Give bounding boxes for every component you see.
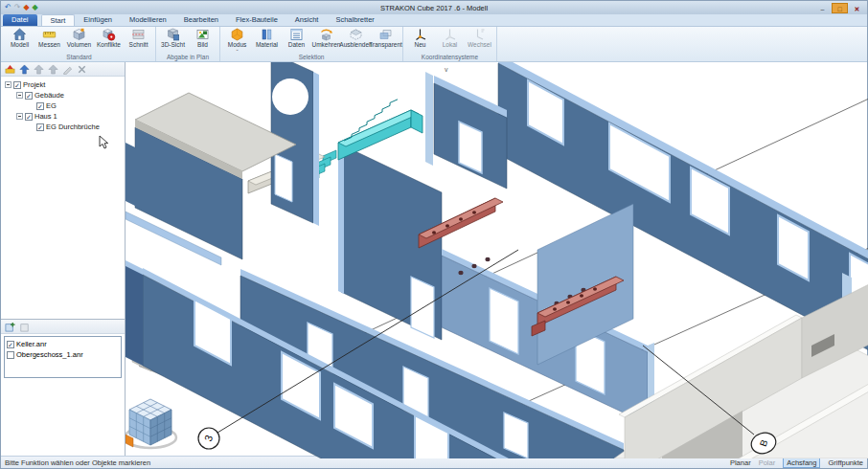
mode-achsfang[interactable]: Achsfang bbox=[783, 458, 820, 468]
drawings-toolbar bbox=[1, 320, 125, 334]
collapse-icon[interactable] bbox=[16, 92, 23, 99]
ribbon: Modell Messen Volumen Konflikte Schnitt bbox=[1, 27, 867, 62]
checkbox-checked-icon[interactable]: ✓ bbox=[36, 123, 44, 131]
window-controls: – □ ✕ bbox=[814, 3, 867, 13]
close-button[interactable]: ✕ bbox=[849, 3, 865, 13]
transparent-button[interactable]: Transparent bbox=[371, 27, 400, 48]
move-up-blue-icon[interactable] bbox=[18, 63, 31, 76]
stair-stringer[interactable] bbox=[338, 100, 423, 160]
checkbox-unchecked-icon[interactable] bbox=[7, 351, 14, 359]
daten-button[interactable]: Daten bbox=[282, 27, 311, 48]
ausblenden-button[interactable]: Ausblenden bbox=[341, 27, 371, 48]
modell-button[interactable]: Modell bbox=[5, 27, 34, 48]
checkbox-checked-icon[interactable]: ✓ bbox=[25, 113, 33, 121]
titlebar: ↶ ↷ ◆ ◆ STRAKON Cube 2017 .6 - Modell – … bbox=[1, 1, 867, 14]
group-label-standard: Standard bbox=[5, 54, 153, 61]
edit-pencil-icon[interactable] bbox=[61, 63, 74, 76]
hexagon-mode-icon bbox=[230, 28, 244, 41]
volumen-button[interactable]: Volumen bbox=[64, 27, 94, 48]
tab-modellieren[interactable]: Modellieren bbox=[121, 14, 175, 26]
door-opening bbox=[411, 277, 434, 338]
tab-schalbretter[interactable]: Schalbretter bbox=[327, 14, 382, 26]
maximize-button[interactable]: □ bbox=[832, 3, 848, 13]
koordsys-neu-button[interactable]: Neu bbox=[405, 27, 435, 48]
koordsys-lokal-button[interactable]: Lokal bbox=[435, 27, 465, 48]
minimize-button[interactable]: – bbox=[814, 3, 831, 13]
group-label-selektion: Selektion bbox=[222, 54, 400, 61]
umkehren-button[interactable]: Umkehren bbox=[311, 27, 341, 48]
left-wall-piece[interactable] bbox=[126, 143, 139, 208]
transparency-icon bbox=[378, 28, 393, 41]
mode-planar[interactable]: Planar bbox=[730, 458, 751, 467]
konflikte-button[interactable]: Konflikte bbox=[94, 27, 124, 48]
drawing-options-icon[interactable] bbox=[18, 321, 31, 333]
3d-viewport[interactable]: 3 B v bbox=[126, 62, 867, 456]
material-bars-icon bbox=[260, 28, 274, 41]
bild-button[interactable]: Bild bbox=[188, 27, 217, 48]
tree-toolbar bbox=[1, 62, 125, 77]
axes-new-icon bbox=[413, 28, 427, 41]
back-center-wall[interactable] bbox=[425, 72, 507, 189]
delete-x-icon[interactable] bbox=[76, 63, 88, 76]
move-up-gray2-icon[interactable] bbox=[47, 63, 59, 76]
drawings-listbox: ✓ Keller.anr Obergeschoss_1.anr bbox=[4, 336, 122, 378]
data-list-icon bbox=[289, 28, 304, 41]
status-message: Bitte Funktion wählen oder Objekte marki… bbox=[5, 458, 150, 467]
group-label-koordinatensysteme: Koordinatensysteme bbox=[405, 54, 494, 61]
section-icon bbox=[131, 28, 146, 41]
move-up-gray-icon[interactable] bbox=[33, 63, 45, 76]
group-selektion: Modus ⌄ Material Daten Umkehren Au bbox=[220, 27, 403, 61]
drawing-item-keller[interactable]: ✓ Keller.anr bbox=[7, 339, 121, 349]
schnitt-button[interactable]: Schnitt bbox=[124, 27, 153, 48]
modus-button[interactable]: Modus ⌄ bbox=[222, 27, 252, 51]
left-sidebar: ✓ Projekt ✓ Gebäude ✓ EG ✓ bbox=[1, 62, 126, 456]
checkbox-checked-icon[interactable]: ✓ bbox=[36, 102, 44, 110]
tree-structure-icon[interactable] bbox=[4, 63, 16, 76]
mode-griffpunkte[interactable]: Griffpunkte bbox=[828, 458, 863, 467]
mouse-cursor bbox=[99, 135, 109, 149]
drawing-item-obergeschoss[interactable]: Obergeschoss_1.anr bbox=[7, 349, 121, 360]
group-abgabe-in-plan: 3D-Sicht Bild Abgabe in Plan bbox=[156, 27, 220, 61]
view-cube[interactable] bbox=[126, 399, 176, 448]
tab-start[interactable]: Start bbox=[41, 14, 76, 26]
model-tree: ✓ Projekt ✓ Gebäude ✓ EG ✓ bbox=[1, 77, 125, 132]
volume-box-icon bbox=[72, 28, 86, 41]
material-button[interactable]: Material bbox=[252, 27, 282, 48]
add-drawing-icon[interactable] bbox=[4, 321, 16, 333]
tree-node-gebaeude[interactable]: ✓ Gebäude bbox=[5, 90, 125, 100]
koordsys-wechsel-button[interactable]: Wechsel bbox=[465, 27, 494, 48]
drawings-panel: ✓ Keller.anr Obergeschoss_1.anr bbox=[1, 320, 125, 456]
collapse-icon[interactable] bbox=[16, 113, 23, 120]
tab-einfuegen[interactable]: Einfügen bbox=[75, 14, 121, 26]
axes-switch-icon bbox=[472, 28, 487, 41]
model-tree-panel: ✓ Projekt ✓ Gebäude ✓ EG ✓ bbox=[1, 62, 125, 320]
checkbox-checked-icon[interactable]: ✓ bbox=[7, 341, 14, 348]
tree-node-eg[interactable]: ✓ EG bbox=[5, 100, 125, 111]
tree-node-projekt[interactable]: ✓ Projekt bbox=[5, 79, 125, 90]
wall-post bbox=[425, 72, 433, 166]
3d-sicht-button[interactable]: 3D-Sicht bbox=[158, 27, 188, 48]
tree-node-eg-durchbrueche[interactable]: ✓ EG Durchbrüche bbox=[5, 122, 125, 132]
checkbox-checked-icon[interactable]: ✓ bbox=[25, 92, 33, 100]
hide-icon bbox=[349, 28, 363, 41]
image-icon bbox=[195, 28, 210, 41]
mode-polar[interactable]: Polar bbox=[759, 458, 776, 467]
strakon-window: ↶ ↷ ◆ ◆ STRAKON Cube 2017 .6 - Modell – … bbox=[0, 0, 868, 469]
tab-flex-bauteile[interactable]: Flex-Bauteile bbox=[227, 14, 286, 26]
conflict-icon bbox=[102, 28, 116, 41]
tab-datei[interactable]: Datei bbox=[3, 14, 37, 26]
invert-selection-icon bbox=[319, 28, 333, 41]
tree-node-haus-1[interactable]: ✓ Haus 1 bbox=[5, 111, 125, 122]
ruler-icon bbox=[42, 28, 57, 41]
ribbon-tabs: Datei Start Einfügen Modellieren Bearbei… bbox=[1, 14, 867, 27]
tab-ansicht[interactable]: Ansicht bbox=[286, 14, 328, 26]
tab-bearbeiten[interactable]: Bearbeiten bbox=[175, 14, 227, 26]
v-axis-marker: v bbox=[445, 66, 448, 73]
group-label-abgabe: Abgabe in Plan bbox=[158, 54, 217, 61]
collapse-icon[interactable] bbox=[5, 81, 11, 88]
checkbox-checked-icon[interactable]: ✓ bbox=[13, 81, 21, 89]
group-standard: Modell Messen Volumen Konflikte Schnitt bbox=[3, 27, 156, 61]
messen-button[interactable]: Messen bbox=[34, 27, 64, 48]
window-title: STRAKON Cube 2017 .6 - Modell bbox=[1, 4, 867, 12]
door-opening bbox=[275, 154, 292, 202]
